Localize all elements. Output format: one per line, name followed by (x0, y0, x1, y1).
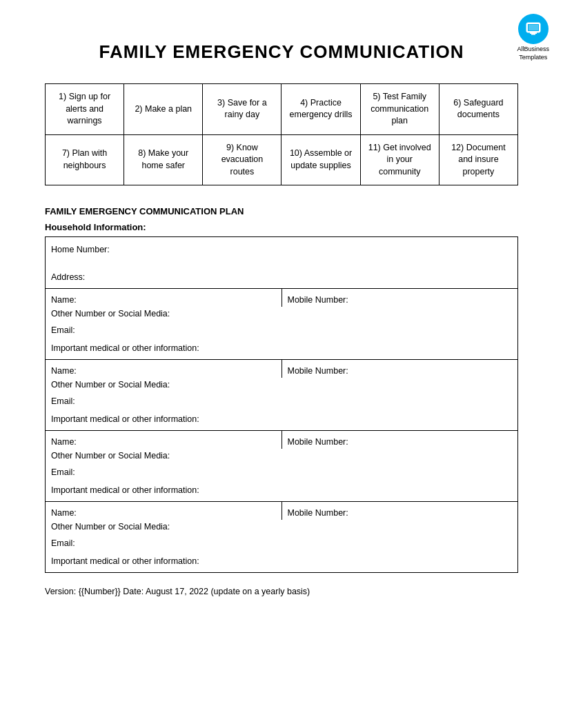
svg-rect-4 (531, 34, 535, 35)
person-4-medical: Important medical or other information: (46, 550, 518, 573)
person-3-name: Name: (46, 431, 282, 449)
person-3-mobile: Mobile Number: (282, 431, 518, 449)
person-1-medical: Important medical or other information: (46, 337, 518, 360)
person-2-other-row: Other Number or Social Media: (46, 378, 518, 392)
person-3-medical: Important medical or other information: (46, 479, 518, 502)
step-3: 3) Save for a rainy day (203, 84, 282, 135)
person-4-email-row: Email: (46, 534, 518, 550)
person-3-email: Email: (46, 463, 518, 479)
person-3-other: Other Number or Social Media: (46, 449, 518, 463)
logo-area: AllBusiness Templates (517, 14, 549, 61)
person-2-mobile: Mobile Number: (282, 360, 518, 378)
step-5: 5) Test Family communication plan (360, 84, 439, 135)
step-6: 6) Safeguard documents (439, 84, 517, 135)
person-2-other: Other Number or Social Media: (46, 378, 518, 392)
person-1-other-row: Other Number or Social Media: (46, 307, 518, 321)
person-2-medical-row: Important medical or other information: (46, 408, 518, 431)
person-2-email-row: Email: (46, 392, 518, 408)
person-1-medical-row: Important medical or other information: (46, 337, 518, 360)
person-1-email-row: Email: (46, 321, 518, 337)
home-number-cell: Home Number: Address: (46, 237, 518, 289)
plan-title: FAMILY EMERGENCY COMMUNICATION PLAN (45, 206, 518, 216)
home-number-row: Home Number: Address: (46, 237, 518, 289)
step-8: 8) Make your home safer (124, 134, 203, 185)
step-11: 11) Get involved in your community (360, 134, 439, 185)
household-subtitle: Household Information: (45, 222, 518, 232)
person-2-name-row: Name: Mobile Number: (46, 360, 518, 378)
svg-rect-3 (530, 32, 537, 34)
person-1-other: Other Number or Social Media: (46, 307, 518, 321)
person-1-name-row: Name: Mobile Number: (46, 289, 518, 307)
step-2: 2) Make a plan (124, 84, 203, 135)
step-4: 4) Practice emergency drills (282, 84, 360, 135)
person-4-email: Email: (46, 534, 518, 550)
step-9: 9) Know evacuation routes (203, 134, 282, 185)
step-7: 7) Plan with neighbours (46, 134, 124, 185)
person-3-email-row: Email: (46, 463, 518, 479)
page-title: FAMILY EMERGENCY COMMUNICATION (45, 41, 518, 63)
home-number-label: Home Number: (51, 245, 110, 254)
person-2-medical: Important medical or other information: (46, 408, 518, 431)
steps-grid: 1) Sign up for alerts and warnings 2) Ma… (45, 83, 518, 185)
svg-rect-5 (529, 25, 538, 30)
person-3-name-row: Name: Mobile Number: (46, 431, 518, 449)
version-line: Version: {{Number}} Date: August 17, 202… (45, 587, 518, 596)
person-1-email: Email: (46, 321, 518, 337)
info-table: Home Number: Address: Name: Mobile Numbe… (45, 236, 518, 573)
person-4-medical-row: Important medical or other information: (46, 550, 518, 573)
person-2-email: Email: (46, 392, 518, 408)
step-10: 10) Assemble or update supplies (282, 134, 360, 185)
person-4-mobile: Mobile Number: (282, 502, 518, 520)
person-4-other-row: Other Number or Social Media: (46, 520, 518, 534)
steps-row-2: 7) Plan with neighbours 8) Make your hom… (46, 134, 518, 185)
person-3-other-row: Other Number or Social Media: (46, 449, 518, 463)
person-1-mobile: Mobile Number: (282, 289, 518, 307)
step-1: 1) Sign up for alerts and warnings (46, 84, 124, 135)
logo-icon (518, 14, 549, 44)
person-2-name: Name: (46, 360, 282, 378)
person-4-name: Name: (46, 502, 282, 520)
logo-text: AllBusiness Templates (517, 46, 549, 61)
steps-row-1: 1) Sign up for alerts and warnings 2) Ma… (46, 84, 518, 135)
address-label: Address: (51, 272, 85, 282)
person-3-medical-row: Important medical or other information: (46, 479, 518, 502)
step-12: 12) Document and insure property (439, 134, 517, 185)
person-1-name: Name: (46, 289, 282, 307)
person-4-name-row: Name: Mobile Number: (46, 502, 518, 520)
person-4-other: Other Number or Social Media: (46, 520, 518, 534)
